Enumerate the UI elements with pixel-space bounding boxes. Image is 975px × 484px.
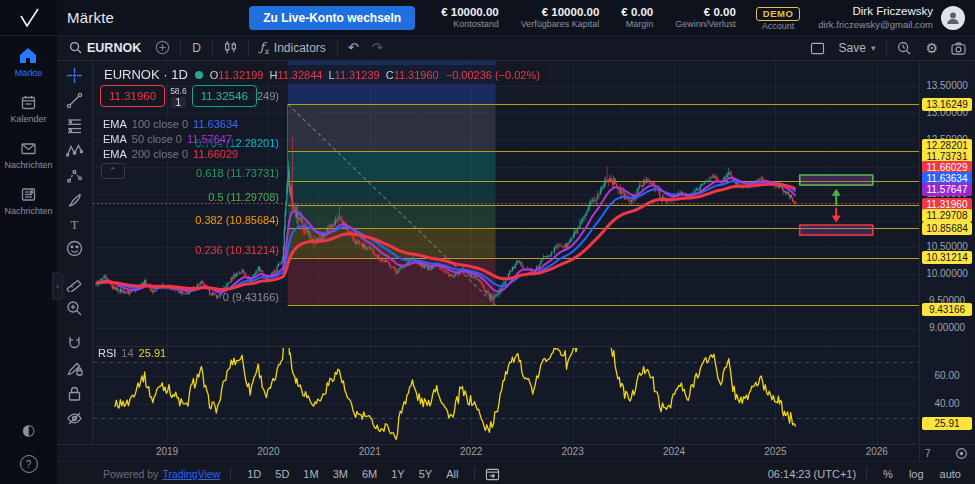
compare-add-icon[interactable] [152, 39, 173, 56]
toolbar-separator [337, 41, 338, 55]
screenshot-camera-icon[interactable] [948, 41, 969, 56]
layout-icon[interactable] [807, 41, 828, 56]
rsi-legend[interactable]: RSI 14 25.91 [98, 347, 166, 359]
chart-type-candles-icon[interactable] [220, 39, 241, 56]
text-icon[interactable]: T [64, 217, 86, 232]
user-info[interactable]: Dirk Friczewsky dirk.friczewsky@gmail.co… [818, 4, 933, 30]
brush-icon[interactable] [64, 192, 86, 209]
go-to-realtime-icon[interactable] [955, 447, 968, 460]
measure-icon[interactable] [64, 275, 86, 292]
zoom-in-icon[interactable] [64, 300, 86, 317]
emoji-icon[interactable] [64, 240, 86, 257]
svg-text:T: T [71, 217, 79, 232]
ohlc-pair: O11.32199 [210, 69, 264, 81]
sidebar-expander[interactable]: › [52, 272, 63, 300]
toolbar-separator [886, 41, 887, 55]
range-button-5d[interactable]: 5D [269, 466, 295, 482]
rsi-axis-label: 40.00 [920, 398, 974, 410]
time-axis-year: 2022 [454, 446, 488, 457]
broker-logo[interactable] [0, 0, 57, 35]
sidebar: MärkteKalenderNachrichtenNachrichten◐? [0, 36, 57, 484]
scale-button-auto[interactable]: auto [934, 467, 967, 481]
fib-retracement-icon[interactable] [64, 117, 86, 134]
time-axis-year: 2024 [657, 446, 691, 457]
clock[interactable]: 06:14:23 (UTC+1) [768, 468, 856, 480]
switch-live-account-button[interactable]: Zu Live-Konto wechseln [249, 6, 415, 30]
sidebar-item-label: Nachrichten [4, 206, 52, 216]
range-button-all[interactable]: All [440, 466, 464, 482]
settings-gear-icon[interactable]: ⚙ [922, 39, 941, 57]
fib-level-label: 0 (9.43166) [93, 291, 279, 303]
indicators-button[interactable]: ƒx Indicators [256, 38, 330, 58]
account-type: DEMO Account [756, 3, 801, 32]
ema-params: 50 close 0 [132, 133, 182, 145]
account-stat: € 10000.00Verfügbares Kapital [521, 6, 600, 30]
save-button[interactable]: Save ▾ [835, 39, 880, 57]
interval-button[interactable]: D [188, 39, 205, 57]
time-axis[interactable]: 20192020202120222023202420252026 [93, 445, 919, 461]
ohlc-value: 11.31960 [394, 69, 439, 81]
scale-button-percent[interactable]: % [877, 467, 899, 481]
crosshair-icon[interactable] [64, 67, 86, 84]
powered-by-label: Powered by [103, 468, 158, 480]
forecast-icon[interactable] [64, 167, 86, 184]
spread-indicator: 58.6 1 [170, 86, 187, 108]
ema-legend-row[interactable]: EMA100 close 011.63634 [99, 117, 242, 131]
quick-search-icon[interactable] [894, 40, 915, 57]
rsi-value: 25.91 [139, 347, 167, 359]
rsi-param: 14 [121, 347, 133, 359]
range-button-5y[interactable]: 5Y [413, 466, 438, 482]
sidebar-item-nachrichten-news[interactable]: Nachrichten [4, 186, 52, 216]
sell-price-button[interactable]: 11.31960 [100, 85, 165, 107]
ema-legend-row[interactable]: EMA200 close 011.66029 [99, 147, 242, 161]
ema-legend-row[interactable]: EMA50 close 011.57647 [99, 132, 236, 146]
save-label: Save [839, 41, 866, 55]
stat-value: € 10000.00 [521, 6, 600, 19]
ema-value: 11.66029 [193, 148, 238, 160]
chart-plot: EURNOK · 1D O11.32199H11.32844L11.31239C… [93, 61, 919, 444]
range-button-3m[interactable]: 3M [327, 466, 354, 482]
market-status-dot [195, 71, 203, 79]
symbol-search-button[interactable]: EURNOK [65, 39, 145, 57]
news-icon [20, 186, 37, 203]
legend-collapse-button[interactable]: ⌃ [101, 163, 125, 179]
lock-all-icon[interactable] [64, 385, 86, 402]
range-button-1d[interactable]: 1D [241, 466, 267, 482]
redo-icon[interactable]: ↷ [369, 39, 386, 56]
trend-line-icon[interactable] [64, 92, 86, 109]
ohlc-key: C [386, 69, 394, 81]
mail-icon [20, 140, 37, 157]
price-axis[interactable]: 13.5000013.0000012.5000012.0000011.50000… [919, 61, 974, 444]
ohlc-pair: H11.32844 [269, 69, 322, 81]
chart-legend[interactable]: EURNOK · 1D O11.32199H11.32844L11.31239C… [97, 65, 547, 84]
sidebar-item-maerkte[interactable]: Märkte [15, 46, 43, 78]
range-button-6m[interactable]: 6M [356, 466, 383, 482]
fx-icon: ƒx [260, 40, 269, 56]
help-icon[interactable]: ? [20, 455, 38, 473]
quantity-value: 1 [171, 97, 187, 108]
fib-level-label: 0.5 (11.29708) [93, 191, 279, 203]
calendar-icon [20, 94, 37, 111]
go-to-date-icon[interactable] [485, 467, 500, 481]
magnet-icon[interactable] [64, 335, 86, 352]
undo-icon[interactable]: ↶ [345, 39, 362, 56]
scale-button-log[interactable]: log [903, 467, 930, 481]
tradingview-link[interactable]: TradingView [162, 468, 220, 480]
bottom-separator [474, 467, 475, 480]
theme-contrast-icon[interactable]: ◐ [22, 421, 35, 439]
time-axis-corner: 7 [919, 445, 974, 461]
chevron-down-icon: ▾ [871, 43, 876, 53]
sidebar-item-nachrichten-mail[interactable]: Nachrichten [4, 140, 52, 170]
buy-price-button[interactable]: 11.32546 [192, 85, 257, 107]
xabcd-pattern-icon[interactable] [64, 142, 86, 159]
range-button-1y[interactable]: 1Y [385, 466, 410, 482]
fib-level-label: 0.236 (10.31214) [93, 244, 279, 256]
range-button-1m[interactable]: 1M [297, 466, 324, 482]
time-axis-year: 2020 [251, 446, 285, 457]
stat-label: Kontostand [441, 19, 499, 29]
draw-lock-icon[interactable] [64, 360, 86, 377]
sidebar-item-kalender[interactable]: Kalender [10, 94, 46, 124]
avatar[interactable] [941, 6, 965, 30]
hide-all-icon[interactable] [64, 410, 86, 427]
price-axis-badge: 11.29708 [922, 209, 972, 222]
